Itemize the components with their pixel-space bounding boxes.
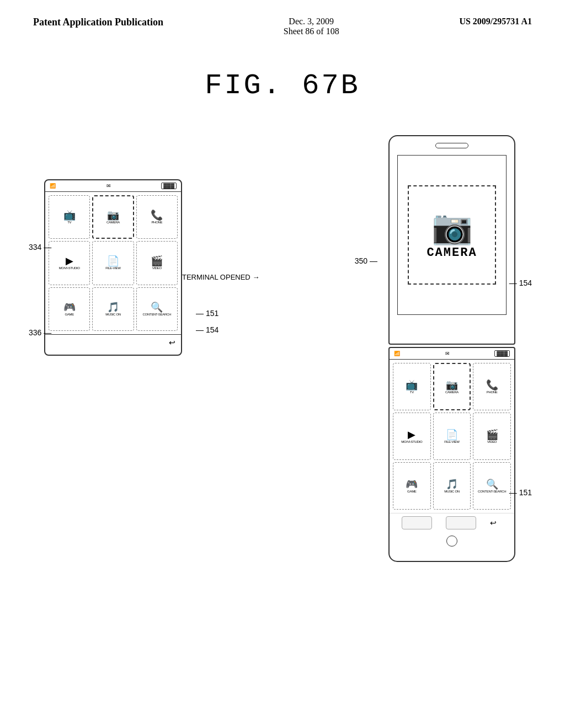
list-item: 🎬 VIDEO — [473, 413, 511, 460]
envelope-icon: ✉ — [106, 183, 111, 189]
right-phone: 📷 CAMERA 📶 ✉ ▓▓▓ 📺 TV 📷 CAMERA — [388, 135, 515, 565]
right-phone-app-grid: 📺 TV 📷 CAMERA 📞 PHONE ▶ MO/VI-STUDIO 📄 — [390, 360, 514, 513]
label-151-left: — 151 — [196, 309, 218, 318]
back-arrow-icon: ↩ — [169, 338, 175, 347]
label-154-left: — 154 — [196, 325, 218, 334]
list-item: 📞 PHONE — [136, 195, 178, 239]
list-item: 📺 TV — [49, 195, 90, 239]
terminal-opened-label: TERMINAL OPENED → — [182, 273, 259, 281]
back-arrow-icon-right: ↩ — [490, 518, 497, 528]
label-151-right: — 151 — [509, 488, 532, 497]
camera-dashed-box: 📷 CAMERA — [408, 185, 496, 285]
label-334: 334 — — [29, 243, 51, 251]
publication-title: Patent Application Publication — [33, 17, 163, 28]
list-item: 🎮 GAME — [49, 287, 90, 331]
label-350: 350 — — [355, 256, 377, 265]
soft-key-row: ↩ — [390, 513, 514, 532]
list-item: ▶ MO/VI-STUDIO — [49, 241, 90, 285]
list-item: 🎬 VIDEO — [136, 241, 178, 285]
soft-key-center[interactable] — [446, 516, 476, 529]
list-item: 📺 TV — [393, 363, 431, 410]
soft-key-left[interactable] — [402, 516, 432, 529]
list-item: 📷 CAMERA — [92, 195, 134, 239]
battery-icon: ▓▓▓ — [161, 183, 177, 189]
list-item: 🎮 GAME — [393, 462, 431, 510]
signal-icon-right: 📶 — [394, 351, 400, 356]
list-item: 🔍 CONTENT-SEARCH — [473, 462, 511, 510]
list-item: 🎵 MUSIC ON — [433, 462, 471, 510]
list-item: 📞 PHONE — [473, 363, 511, 410]
label-154-right: — 154 — [509, 279, 532, 287]
figure-title: FIG. 67B — [0, 69, 565, 102]
right-phone-top: 📷 CAMERA — [388, 135, 515, 345]
list-item: 📷 CAMERA — [433, 363, 471, 410]
patent-number: US 2009/295731 A1 — [459, 17, 532, 26]
envelope-icon-right: ✉ — [445, 351, 450, 356]
right-phone-bottom: 📶 ✉ ▓▓▓ 📺 TV 📷 CAMERA 📞 PHONE ▶ — [388, 347, 515, 562]
left-phone-status-bar: 📶 ✉ ▓▓▓ — [45, 180, 181, 192]
right-phone-bottom-status: 📶 ✉ ▓▓▓ — [390, 348, 514, 360]
camera-label: CAMERA — [427, 246, 477, 260]
list-item: 📄 FILE-VIEW — [433, 413, 471, 460]
list-item: ▶ MO/VI-STUDIO — [393, 413, 431, 460]
left-phone-bottom-bar: ↩ — [45, 334, 181, 351]
battery-icon-right: ▓▓▓ — [494, 350, 510, 357]
signal-icon: 📶 — [50, 183, 56, 189]
page-header: Patent Application Publication Dec. 3, 2… — [0, 0, 565, 36]
camera-icon: 📷 — [431, 211, 473, 244]
list-item: 🔍 CONTENT-SEARCH — [136, 287, 178, 331]
label-336: 336 — — [29, 328, 51, 337]
list-item: 📄 FILE-VIEW — [92, 241, 134, 285]
left-phone-app-grid: 📺 TV 📷 CAMERA 📞 PHONE ▶ MO/VI-STUDIO 📄 F… — [45, 192, 181, 334]
left-phone: 📶 ✉ ▓▓▓ 📺 TV 📷 CAMERA 📞 PHONE ▶ MO/VI-ST… — [44, 179, 182, 356]
content-area: 📶 ✉ ▓▓▓ 📺 TV 📷 CAMERA 📞 PHONE ▶ MO/VI-ST… — [0, 113, 565, 720]
speaker-slot — [435, 143, 468, 148]
right-phone-screen: 📷 CAMERA — [397, 155, 507, 315]
list-item: 🎵 MUSIC ON — [92, 287, 134, 331]
home-button[interactable] — [446, 536, 457, 547]
publication-date: Dec. 3, 2009 Sheet 86 of 108 — [284, 17, 339, 36]
